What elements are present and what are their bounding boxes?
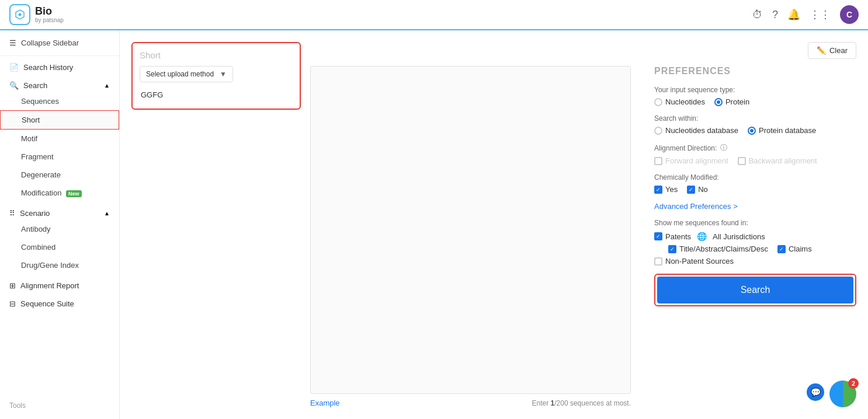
tools-label: Tools xyxy=(0,397,119,414)
all-jurisdictions-label: All Jurisdictions xyxy=(713,232,765,241)
chat-icon-button[interactable]: 💬 xyxy=(805,382,826,403)
fab-container: 2 xyxy=(829,380,856,407)
search-nav-label: Search xyxy=(23,81,47,90)
alignment-direction-label: Alignment Direction: xyxy=(654,144,717,152)
select-upload-button[interactable]: Select upload method ▼ xyxy=(140,66,233,82)
patents-checkbox-icon xyxy=(654,232,662,240)
chemically-modified-label: Chemically Modified: xyxy=(654,173,856,181)
sidebar-item-search-history[interactable]: 📄 Search History xyxy=(0,56,119,74)
avatar[interactable]: C xyxy=(840,5,859,24)
chat-icon: 💬 xyxy=(811,387,821,397)
sub-options: Title/Abstract/Claims/Desc Claims xyxy=(668,245,856,253)
protein-radio[interactable]: Protein xyxy=(714,97,749,106)
yes-checkbox-icon xyxy=(654,186,662,194)
header-actions: ⏱ ? 🔔 ⋮⋮ C xyxy=(752,5,859,24)
sidebar-item-degenerate[interactable]: Degenerate xyxy=(0,166,119,184)
svg-point-1 xyxy=(19,13,22,16)
sidebar-item-antibody[interactable]: Antibody xyxy=(0,220,119,238)
bell-icon[interactable]: 🔔 xyxy=(787,8,800,21)
forward-alignment-checkbox[interactable]: Forward alignment xyxy=(654,156,728,165)
protein-radio-icon xyxy=(714,98,723,106)
backward-checkbox-icon xyxy=(738,157,746,165)
sidebar-item-motif[interactable]: Motif xyxy=(0,130,119,148)
help-icon[interactable]: ? xyxy=(772,9,778,21)
non-patent-row: Non-Patent Sources xyxy=(654,257,856,266)
search-button[interactable]: Search xyxy=(657,277,853,303)
title-abstract-checkbox-icon xyxy=(668,245,676,253)
claims-checkbox-icon xyxy=(777,245,786,253)
claims-checkbox[interactable]: Claims xyxy=(777,245,812,253)
search-chevron-icon: ▲ xyxy=(104,82,110,89)
example-link[interactable]: Example xyxy=(310,399,340,407)
patents-row: Patents 🌐 All Jurisdictions xyxy=(654,232,856,241)
query-box-title: Short xyxy=(140,50,293,60)
search-within-section: Search within: Nucleotides database Prot… xyxy=(654,114,856,135)
count-text: Enter 1/200 sequences at most. xyxy=(532,399,631,407)
chemically-modified-section: Chemically Modified: Yes No xyxy=(654,173,856,194)
timer-icon[interactable]: ⏱ xyxy=(752,9,763,21)
collapse-icon: ☰ xyxy=(9,39,16,47)
select-upload-label: Select upload method xyxy=(146,70,214,78)
sequence-type-label: Your input sequence type: xyxy=(654,86,856,94)
app-header: Bio by patsnap ⏱ ? 🔔 ⋮⋮ C xyxy=(0,0,868,30)
sidebar-item-short[interactable]: Short xyxy=(0,110,119,130)
no-checkbox-icon xyxy=(687,186,695,194)
scenario-section-header[interactable]: ⠿ Scenario ▲ xyxy=(0,202,119,220)
preferences-title: PREFERENCES xyxy=(654,66,856,76)
query-input[interactable]: GGFG xyxy=(140,88,293,102)
sequence-suite-label: Sequence Suite xyxy=(20,299,74,308)
sidebar-item-fragment[interactable]: Fragment xyxy=(0,148,119,166)
fab-button[interactable]: 2 xyxy=(829,380,856,407)
sidebar-item-modification[interactable]: Modification New xyxy=(0,184,119,202)
sidebar-item-drug-gene-index[interactable]: Drug/Gene Index xyxy=(0,256,119,274)
sidebar-item-sequence-suite[interactable]: ⊟ Sequence Suite xyxy=(0,292,119,310)
history-icon: 📄 xyxy=(9,63,19,72)
nucleotides-db-radio-icon xyxy=(654,127,662,135)
no-checkbox[interactable]: No xyxy=(687,185,708,194)
title-abstract-checkbox[interactable]: Title/Abstract/Claims/Desc xyxy=(668,245,768,253)
non-patent-checkbox[interactable]: Non-Patent Sources xyxy=(654,257,734,266)
nucleotides-db-radio[interactable]: Nucleotides database xyxy=(654,126,738,135)
protein-db-radio-icon xyxy=(748,127,756,135)
sidebar-item-sequences[interactable]: Sequences xyxy=(0,92,119,110)
grid-icon[interactable]: ⋮⋮ xyxy=(810,8,831,21)
scenario-label: Scenario xyxy=(20,209,50,218)
patents-checkbox[interactable]: Patents xyxy=(654,232,691,241)
sequence-top-bar: ✏️ Clear xyxy=(310,42,856,66)
scenario-chevron-icon: ▲ xyxy=(104,210,110,217)
app-name: Bio xyxy=(35,6,64,18)
clear-button[interactable]: ✏️ Clear xyxy=(808,42,856,59)
alignment-help-icon[interactable]: ⓘ xyxy=(720,143,727,153)
search-button-container: Search xyxy=(654,274,856,306)
clear-icon: ✏️ xyxy=(817,46,826,55)
yes-checkbox[interactable]: Yes xyxy=(654,185,678,194)
count-current: 1 xyxy=(551,399,555,407)
upload-chevron-icon: ▼ xyxy=(220,70,227,78)
fab-badge: 2 xyxy=(848,378,859,389)
count-max: 200 xyxy=(557,399,568,407)
search-section-header[interactable]: 🔍 Search ▲ xyxy=(0,74,119,92)
search-history-label: Search History xyxy=(23,63,73,72)
main-content: Short Select upload method ▼ GGFG ✏️ xyxy=(120,30,868,419)
collapse-label: Collapse Sidebar xyxy=(21,39,79,47)
collapse-sidebar-button[interactable]: ☰ Collapse Sidebar xyxy=(0,30,119,56)
sequence-textarea[interactable] xyxy=(310,66,631,394)
protein-db-radio[interactable]: Protein database xyxy=(748,126,816,135)
suite-icon: ⊟ xyxy=(9,299,16,308)
bottom-info: Example Enter 1/200 sequences at most. xyxy=(310,399,631,407)
sidebar-item-alignment-report[interactable]: ⊞ Alignment Report xyxy=(0,274,119,292)
preferences-panel: PREFERENCES Your input sequence type: Nu… xyxy=(640,66,856,407)
nucleotides-radio[interactable]: Nucleotides xyxy=(654,97,705,106)
new-badge: New xyxy=(66,190,82,197)
backward-alignment-checkbox[interactable]: Backward alignment xyxy=(738,156,817,165)
sidebar-item-combined[interactable]: Combined xyxy=(0,238,119,256)
search-within-label: Search within: xyxy=(654,114,856,123)
query-input-value: GGFG xyxy=(141,90,163,99)
sequence-area: Example Enter 1/200 sequences at most. xyxy=(310,66,631,407)
advanced-preferences-link[interactable]: Advanced Preferences > xyxy=(654,202,856,211)
forward-checkbox-icon xyxy=(654,157,662,165)
app-byline: by patsnap xyxy=(35,17,64,23)
search-nav-icon: 🔍 xyxy=(9,81,19,90)
logo-text: Bio by patsnap xyxy=(35,6,64,24)
non-patent-checkbox-icon xyxy=(654,257,662,266)
